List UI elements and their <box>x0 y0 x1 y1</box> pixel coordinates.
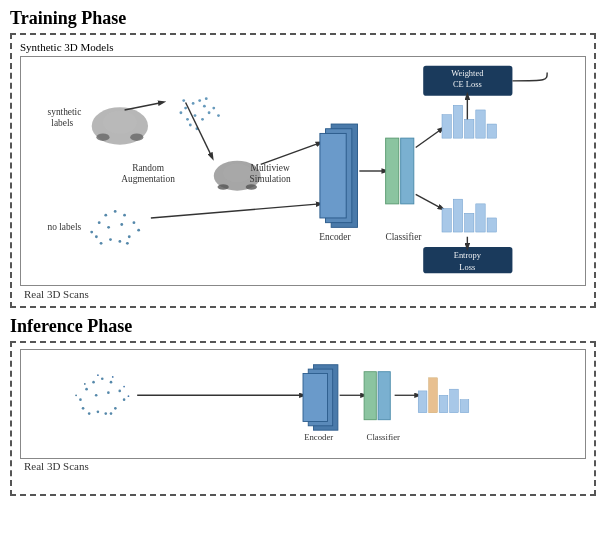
car-model-top <box>92 107 148 145</box>
encoder-block <box>320 124 358 227</box>
svg-point-35 <box>223 163 251 182</box>
svg-point-17 <box>182 99 185 102</box>
svg-point-28 <box>95 235 98 238</box>
multiview-label-svg: Multiview <box>251 163 290 173</box>
svg-point-15 <box>205 97 208 100</box>
svg-point-19 <box>90 231 93 234</box>
svg-rect-81 <box>418 391 427 413</box>
svg-rect-40 <box>320 133 346 218</box>
main-container: Training Phase Synthetic 3D Models synth… <box>0 0 606 550</box>
svg-point-72 <box>97 374 99 376</box>
svg-rect-79 <box>364 372 376 420</box>
svg-point-1 <box>103 111 137 134</box>
svg-point-25 <box>137 229 140 232</box>
svg-point-63 <box>97 411 100 414</box>
arrow-wce-back <box>512 72 547 80</box>
svg-point-12 <box>212 107 215 110</box>
svg-point-66 <box>88 412 91 415</box>
arrow-cls-to-bars-bottom <box>416 194 442 208</box>
svg-point-32 <box>107 226 110 229</box>
svg-rect-48 <box>442 209 451 232</box>
inference-classifier-label: Classifier <box>367 432 401 442</box>
svg-point-30 <box>100 242 103 245</box>
svg-point-10 <box>186 118 189 121</box>
svg-point-7 <box>203 105 206 108</box>
svg-rect-46 <box>476 110 485 138</box>
svg-point-70 <box>75 394 77 396</box>
svg-point-67 <box>110 412 113 415</box>
svg-point-57 <box>92 381 95 384</box>
svg-rect-45 <box>465 119 474 138</box>
svg-point-14 <box>189 124 192 127</box>
svg-point-24 <box>133 221 136 224</box>
multiview-label2-svg: Simulation <box>250 174 291 184</box>
svg-rect-51 <box>476 204 485 232</box>
training-diagram-svg: synthetic labels <box>29 63 577 279</box>
svg-point-31 <box>126 242 129 245</box>
arrow-car-to-pc <box>125 102 163 110</box>
svg-rect-82 <box>429 378 438 413</box>
svg-point-61 <box>123 398 126 401</box>
svg-rect-80 <box>378 372 390 420</box>
svg-point-13 <box>180 111 183 114</box>
svg-point-5 <box>192 102 195 105</box>
inference-encoder-label: Encoder <box>304 432 333 442</box>
svg-point-71 <box>84 383 86 385</box>
inference-diagram-svg: Encoder Classifier <box>29 356 577 452</box>
training-phase: Training Phase Synthetic 3D Models synth… <box>10 8 596 308</box>
svg-point-33 <box>120 223 123 226</box>
svg-rect-52 <box>487 218 496 232</box>
weighted-ce-label1-svg: Weighted <box>451 68 484 78</box>
svg-point-74 <box>123 386 125 388</box>
svg-rect-42 <box>401 138 414 204</box>
svg-point-3 <box>130 133 143 141</box>
random-aug-label2-svg: Augmentation <box>121 174 175 184</box>
svg-point-69 <box>107 391 110 394</box>
real-3d-scans-label-training: Real 3D Scans <box>20 288 586 300</box>
svg-rect-84 <box>450 389 459 413</box>
inference-encoder <box>303 365 338 430</box>
arrow-bottom-car-to-enc <box>151 204 320 218</box>
random-aug-label-svg: Random <box>132 163 164 173</box>
entropy-label2-svg: Loss <box>459 262 475 272</box>
classifier-block <box>386 138 414 204</box>
svg-rect-44 <box>453 105 462 138</box>
svg-rect-43 <box>442 115 451 138</box>
svg-point-16 <box>217 114 220 117</box>
training-section: Synthetic 3D Models synthetic labels <box>10 33 596 308</box>
car-model-bottom <box>90 210 140 245</box>
svg-point-59 <box>110 381 113 384</box>
training-phase-title: Training Phase <box>10 8 596 29</box>
svg-point-65 <box>104 412 107 415</box>
inference-classifier <box>364 372 390 420</box>
svg-rect-50 <box>465 213 474 232</box>
svg-rect-78 <box>303 373 327 421</box>
entropy-label1-svg: Entropy <box>454 250 482 260</box>
svg-point-73 <box>112 376 114 378</box>
real-3d-scans-label-inference: Real 3D Scans <box>20 460 586 472</box>
svg-point-2 <box>96 133 109 141</box>
inference-section: Encoder Classifier <box>10 341 596 496</box>
svg-point-75 <box>128 395 130 397</box>
svg-point-58 <box>101 377 104 380</box>
svg-point-29 <box>118 240 121 243</box>
svg-point-64 <box>82 407 85 410</box>
bar-chart-bottom <box>442 199 496 232</box>
svg-point-23 <box>123 214 126 217</box>
arrow-aug-to-enc <box>261 143 320 165</box>
inference-inner-box: Encoder Classifier <box>20 349 586 459</box>
encoder-label-svg: Encoder <box>319 232 351 242</box>
synthetic-labels-text2-svg: labels <box>51 118 73 128</box>
weighted-ce-label2-svg: CE Loss <box>453 79 482 89</box>
svg-point-37 <box>246 184 257 190</box>
svg-rect-41 <box>386 138 399 204</box>
svg-point-56 <box>85 388 88 391</box>
svg-point-11 <box>201 118 204 121</box>
arrow-pc-to-aug <box>186 102 212 156</box>
svg-point-55 <box>79 398 82 401</box>
classifier-label-svg: Classifier <box>386 232 423 242</box>
training-inner-box: synthetic labels <box>20 56 586 286</box>
svg-rect-49 <box>453 199 462 232</box>
synthetic-models-label: Synthetic 3D Models <box>20 41 586 53</box>
svg-point-6 <box>198 99 201 102</box>
